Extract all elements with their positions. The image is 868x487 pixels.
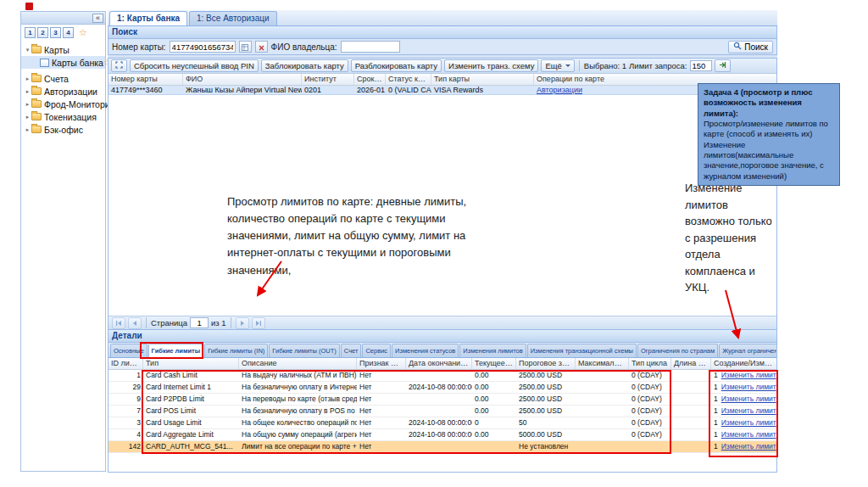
details-tab[interactable]: Гибкие лимиты (IN) <box>204 344 268 357</box>
query-limit-label: Лимит запроса: <box>629 61 687 70</box>
limit-cell: 9 <box>108 394 143 405</box>
card-clear-button[interactable] <box>255 41 268 53</box>
folder-icon <box>31 100 42 108</box>
expand-arrow-icon[interactable]: ▸ <box>24 76 31 82</box>
card-row[interactable]: 417749***3460Жаныш Кызы Айпери Virtual N… <box>108 86 776 95</box>
details-tab[interactable]: Изменения транзакционной схемы <box>527 344 637 357</box>
more-button[interactable]: Ещё <box>541 59 574 72</box>
main-tab[interactable]: 1: Все Авторизаци <box>189 11 277 25</box>
tree-item[interactable]: ▾Карты <box>21 43 105 56</box>
limit-cell: На переводы по карте (отзыв средств) <box>239 394 357 405</box>
page-number-input[interactable] <box>190 317 209 328</box>
limit-change-count: 1 <box>714 395 718 403</box>
limit-row[interactable]: 29Card Internet Limit 1На безналичную оп… <box>108 382 776 394</box>
change-trans-scheme-button[interactable]: Изменить транз. схему <box>444 59 538 72</box>
first-page-icon <box>115 316 122 329</box>
workspace-button[interactable]: 4 <box>63 27 74 38</box>
limit-cell: 0 (CDAY) <box>629 394 671 405</box>
details-tab[interactable]: Сервис <box>362 344 391 357</box>
limit-row[interactable]: 4Card Aggregate LimitНа общую сумму опер… <box>108 429 776 441</box>
limit-row[interactable]: 1Card Cash LimitНа выдачу наличных (АТМ … <box>108 370 776 382</box>
tree-item[interactable]: Карты банка☆ <box>21 56 105 69</box>
column-header[interactable]: Описание <box>239 358 357 369</box>
details-tab[interactable]: Гибкие лимиты (OUT) <box>269 344 340 357</box>
last-page-button[interactable] <box>252 317 265 329</box>
authorizations-link[interactable]: Авторизации <box>537 86 582 94</box>
column-header[interactable]: Длина цикла <box>671 358 711 369</box>
change-limit-link[interactable]: Изменить лимит <box>721 442 776 451</box>
sidebar: « 1234☆ ▾КартыКарты банка☆▸Счета▸Авториз… <box>20 11 106 472</box>
next-page-button[interactable] <box>236 317 249 329</box>
expand-arrow-icon[interactable]: ▸ <box>24 88 31 95</box>
limit-cell: 0.00 <box>472 406 516 417</box>
expand-arrow-icon[interactable]: ▸ <box>24 126 31 133</box>
expand-grid-button[interactable] <box>111 59 127 72</box>
details-tab[interactable]: Ограничения по странам <box>637 344 718 357</box>
favorites-star-icon[interactable]: ☆ <box>79 28 87 37</box>
limit-cell: На безналичную оплату в POS по карте <box>239 406 357 417</box>
first-page-button[interactable] <box>112 317 125 329</box>
change-limit-link[interactable]: Изменить лимит <box>721 395 776 403</box>
limit-row[interactable]: 9Card P2PDB LimitНа переводы по карте (о… <box>108 394 776 406</box>
unblock-card-button[interactable]: Разблокировать карту <box>351 59 442 72</box>
details-tab[interactable]: Счет <box>341 344 362 357</box>
query-limit-input[interactable] <box>690 60 712 71</box>
column-header[interactable]: Тип карты <box>431 74 534 85</box>
column-header[interactable]: Признак инд. лимита <box>357 358 406 369</box>
column-header[interactable]: Статус карты <box>386 74 431 85</box>
limits-change-note: Изменение лимитов возможно только с разр… <box>685 180 775 296</box>
workspace-button[interactable]: 1 <box>25 27 36 38</box>
apply-limit-button[interactable] <box>715 59 731 72</box>
column-header[interactable]: Институт <box>302 74 354 85</box>
owner-name-input[interactable] <box>341 41 400 53</box>
details-tab[interactable]: Гибкие лимиты <box>148 344 204 357</box>
column-header[interactable]: Тип <box>143 358 239 369</box>
details-tab[interactable]: Основные <box>110 344 147 357</box>
column-header[interactable]: Максимальное зна... <box>576 358 629 369</box>
block-card-button[interactable]: Заблокировать карту <box>261 59 348 72</box>
search-button[interactable]: Поиск <box>728 41 773 53</box>
column-header[interactable]: Номер карты <box>108 74 183 85</box>
tree-item[interactable]: ▸Авторизации <box>21 85 105 98</box>
tree-item[interactable]: ▸Бэк-офис <box>21 123 105 136</box>
tree-item[interactable]: ▸Счета <box>21 72 105 85</box>
column-header[interactable]: ФИО <box>183 74 302 85</box>
change-limit-link[interactable]: Изменить лимит <box>721 430 776 439</box>
expand-arrow-icon[interactable]: ▸ <box>24 114 31 120</box>
limit-cell <box>671 370 711 381</box>
card-row-cell: 0201 <box>302 86 354 94</box>
limit-cell: 142 <box>108 441 143 452</box>
collapse-arrow-icon[interactable]: ▾ <box>24 47 31 53</box>
prev-page-button[interactable] <box>128 317 142 329</box>
limit-cell: Нет <box>357 417 406 428</box>
tree-item[interactable]: ▸Токенизация <box>21 110 105 123</box>
limit-row[interactable]: 3Card Usage LimitНа общее количество опе… <box>108 417 776 429</box>
tree-item[interactable]: ▸Фрод-Мониторинг <box>21 98 105 110</box>
limit-row[interactable]: 142CARD_AUTH_MCG_541...Лимит на все опер… <box>108 441 776 453</box>
column-header[interactable]: Тип цикла <box>629 358 671 369</box>
change-limit-link[interactable]: Изменить лимит <box>721 418 776 427</box>
card-lookup-button[interactable] <box>239 41 252 53</box>
workspace-button[interactable]: 3 <box>50 27 61 38</box>
sidebar-collapse-button[interactable]: « <box>92 14 103 23</box>
details-tab[interactable]: Изменения статусов <box>392 344 459 357</box>
column-header[interactable]: Срок действия <box>354 74 386 85</box>
column-header[interactable]: Дата окончания цикла <box>406 358 472 369</box>
column-header[interactable]: Текущее значение <box>472 358 516 369</box>
details-tab[interactable]: Изменения лимитов <box>459 344 526 357</box>
change-limit-link[interactable]: Изменить лимит <box>721 371 776 379</box>
column-header[interactable]: Создание/Изменение... <box>711 358 776 369</box>
workspace-button[interactable]: 2 <box>37 27 48 38</box>
limit-row[interactable]: 7Card POS LimitНа безналичную оплату в P… <box>108 406 776 417</box>
card-number-input[interactable] <box>170 41 236 53</box>
change-limit-link[interactable]: Изменить лимит <box>721 406 776 415</box>
main-tab[interactable]: 1: Карты банка <box>109 11 187 25</box>
details-tab[interactable]: Журнал ограничений по странам <box>719 344 776 357</box>
navigation-tree: ▾КартыКарты банка☆▸Счета▸Авторизации▸Фро… <box>21 42 105 136</box>
limit-cell: 0.00 <box>472 382 516 393</box>
change-limit-link[interactable]: Изменить лимит <box>721 383 776 391</box>
column-header[interactable]: ID лимита <box>108 358 143 369</box>
reset-pin-button[interactable]: Сбросить неуспешный ввод PIN <box>130 59 259 72</box>
expand-arrow-icon[interactable]: ▸ <box>24 101 31 108</box>
column-header[interactable]: Пороговое значение <box>516 358 576 369</box>
